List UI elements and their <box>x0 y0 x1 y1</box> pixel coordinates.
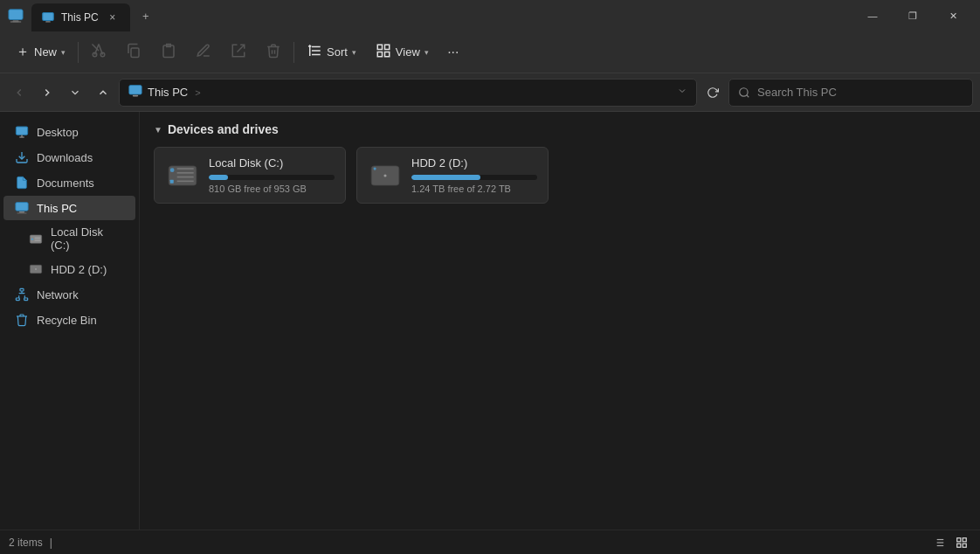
sidebar-downloads-label: Downloads <box>37 151 93 164</box>
view-chevron-icon: ▾ <box>424 48 429 57</box>
sidebar-item-downloads[interactable]: Downloads 📌 <box>3 145 135 170</box>
svg-point-41 <box>170 168 175 172</box>
recent-locations-button[interactable] <box>63 80 87 105</box>
restore-button[interactable]: ❐ <box>893 2 933 30</box>
svg-rect-3 <box>43 12 54 20</box>
view-button[interactable]: View ▾ <box>367 38 438 67</box>
desktop-icon <box>14 124 30 140</box>
titlebar: This PC × + — ❐ ✕ <box>0 0 980 31</box>
documents-icon <box>14 175 30 190</box>
svg-rect-2 <box>10 21 22 22</box>
svg-rect-29 <box>17 213 26 214</box>
section-chevron-icon[interactable]: ▼ <box>154 125 162 135</box>
tiles-view-button[interactable] <box>952 533 971 552</box>
forward-button[interactable] <box>35 80 59 105</box>
copy-icon <box>126 43 141 61</box>
toolbar-separator-1 <box>78 42 79 63</box>
addressbar-location: This PC <box>148 86 188 99</box>
rename-icon <box>196 43 211 61</box>
svg-line-22 <box>747 94 749 97</box>
svg-rect-61 <box>963 544 966 547</box>
tab-area: This PC × + <box>31 0 852 31</box>
more-icon: ··· <box>447 45 459 60</box>
copy-button[interactable] <box>117 38 150 67</box>
svg-rect-20 <box>133 95 138 97</box>
titlebar-controls: — ❐ ✕ <box>852 2 973 30</box>
new-chevron-icon: ▾ <box>61 48 66 57</box>
drive-c-info: Local Disk (C:) 810 GB free of 953 GB <box>209 156 335 194</box>
view-icon <box>376 43 391 61</box>
svg-rect-59 <box>963 537 966 541</box>
drive-c-name: Local Disk (C:) <box>209 156 335 170</box>
paste-icon <box>161 43 176 61</box>
tab-title: This PC <box>61 11 99 24</box>
rename-button[interactable] <box>187 38 220 67</box>
drive-item-d[interactable]: HDD 2 (D:) 1.24 TB free of 2.72 TB <box>356 147 549 204</box>
drive-d-icon <box>368 158 403 193</box>
searchbar[interactable]: Search This PC <box>728 79 973 107</box>
new-label: New <box>34 45 57 59</box>
svg-rect-0 <box>9 10 23 20</box>
section-header-devices: ▼ Devices and drives <box>154 122 966 136</box>
sort-icon <box>307 43 322 61</box>
close-button[interactable]: ✕ <box>933 2 973 30</box>
new-icon: ＋ <box>16 43 30 61</box>
svg-rect-15 <box>377 45 382 49</box>
sidebar-item-desktop[interactable]: Desktop 📌 <box>3 120 135 144</box>
sidebar-documents-label: Documents <box>37 177 94 190</box>
drive-d-name: HDD 2 (D:) <box>411 156 537 170</box>
svg-rect-18 <box>384 52 389 57</box>
sidebar-network-label: Network <box>37 288 79 301</box>
new-tab-button[interactable]: + <box>134 3 158 28</box>
sidebar-hdd2-d-label: HDD 2 (D:) <box>51 263 107 276</box>
minimize-button[interactable]: — <box>852 2 893 30</box>
new-button[interactable]: ＋ New ▾ <box>7 38 74 67</box>
svg-point-31 <box>31 239 33 240</box>
downloads-icon <box>14 149 30 165</box>
up-button[interactable] <box>91 80 115 105</box>
svg-rect-16 <box>384 45 389 49</box>
more-button[interactable]: ··· <box>439 38 467 66</box>
app-icon <box>7 7 24 24</box>
local-disk-c-icon <box>28 231 44 246</box>
svg-rect-58 <box>957 537 961 541</box>
section-title: Devices and drives <box>168 122 279 136</box>
tab-close-button[interactable]: × <box>106 10 120 24</box>
delete-icon <box>266 43 281 61</box>
paste-button[interactable] <box>152 38 185 67</box>
cut-button[interactable] <box>82 38 115 67</box>
addressbar-row: This PC > Search This PC <box>0 73 980 112</box>
addressbar-dropdown-button[interactable] <box>677 86 687 99</box>
sidebar-item-documents[interactable]: Documents 📌 <box>3 170 135 195</box>
sidebar-recycle-bin-label: Recycle Bin <box>37 314 97 327</box>
svg-rect-23 <box>16 127 27 135</box>
back-button[interactable] <box>7 80 31 105</box>
svg-point-51 <box>374 167 376 170</box>
sort-chevron-icon: ▾ <box>352 48 356 57</box>
drive-c-space: 810 GB free of 953 GB <box>209 184 335 194</box>
svg-rect-39 <box>24 298 28 301</box>
sidebar-item-network[interactable]: Network <box>3 282 135 307</box>
tab-this-pc[interactable]: This PC × <box>31 3 130 31</box>
drive-c-bar-container <box>209 175 335 180</box>
drive-d-bar <box>411 175 480 180</box>
svg-point-21 <box>740 87 748 95</box>
drive-d-bar-container <box>411 175 537 180</box>
main-area: Desktop 📌 Downloads 📌 D <box>0 112 980 530</box>
drive-item-c[interactable]: Local Disk (C:) 810 GB free of 953 GB <box>154 147 346 204</box>
sidebar-item-recycle-bin[interactable]: Recycle Bin <box>3 308 135 332</box>
hdd2-d-icon <box>28 261 44 277</box>
svg-rect-60 <box>957 544 961 547</box>
sort-button[interactable]: Sort ▾ <box>298 38 365 67</box>
search-placeholder: Search This PC <box>757 86 837 99</box>
details-view-button[interactable] <box>929 533 949 552</box>
view-label: View <box>396 45 420 59</box>
delete-button[interactable] <box>257 38 290 67</box>
refresh-button[interactable] <box>700 80 725 105</box>
share-button[interactable] <box>222 38 255 67</box>
sidebar-item-local-disk-c[interactable]: Local Disk (C:) <box>3 221 135 256</box>
sidebar-item-hdd2-d[interactable]: HDD 2 (D:) <box>3 257 135 281</box>
svg-rect-19 <box>129 86 141 94</box>
sidebar-item-this-pc[interactable]: This PC <box>3 196 135 220</box>
addressbar[interactable]: This PC > <box>119 79 697 107</box>
